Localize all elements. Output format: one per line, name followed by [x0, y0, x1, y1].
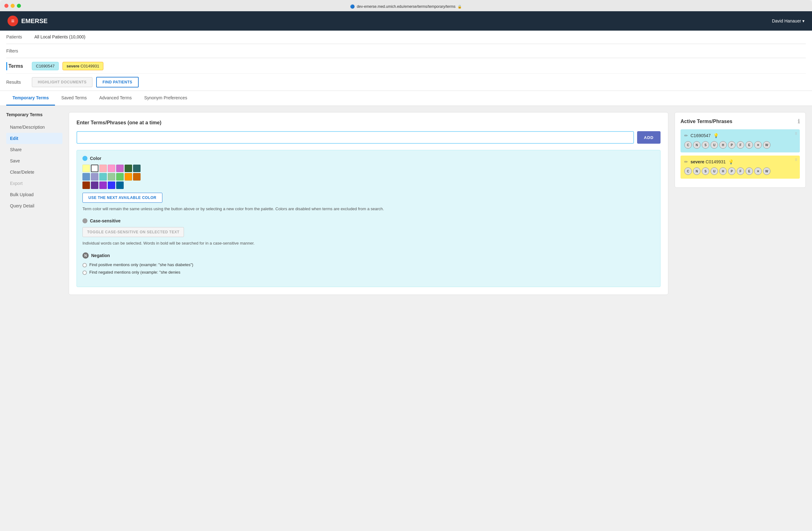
tab-temporary[interactable]: Temporary Terms [6, 91, 55, 105]
drag-handle-2[interactable]: ⠿ [795, 158, 797, 162]
color-swatch-4[interactable] [108, 164, 115, 172]
color-swatch-5[interactable] [116, 164, 124, 172]
highlight-button[interactable]: HIGHLIGHT DOCUMENTS [32, 77, 92, 87]
color-swatch-7[interactable] [133, 164, 141, 172]
sidebar-item-save[interactable]: Save [6, 155, 62, 167]
term-icon-W-1[interactable]: W [763, 141, 770, 149]
color-swatch-12[interactable] [116, 173, 124, 181]
color-section: Color [83, 156, 655, 212]
patients-row: Patients All Local Patients (10,000) [6, 31, 806, 43]
term-icon-X-2[interactable]: ✕ [754, 168, 762, 175]
filters-label: Filters [6, 48, 28, 54]
term-icon-H-2[interactable]: H [719, 168, 727, 175]
sidebar-item-bulk[interactable]: Bulk Upload [6, 189, 62, 200]
url-text[interactable]: dev-emerse.med.umich.edu/emerse/terms/te… [357, 4, 455, 9]
sidebar-item-query[interactable]: Query Detail [6, 200, 62, 212]
negation-icon: N [83, 253, 89, 259]
maximize-button[interactable] [17, 4, 21, 8]
add-button[interactable]: ADD [637, 131, 661, 144]
results-label: Results [6, 80, 28, 85]
tab-advanced[interactable]: Advanced Terms [93, 91, 138, 105]
term-icon-H-1[interactable]: H [719, 141, 727, 149]
term-icon-S-2[interactable]: S [702, 168, 709, 175]
color-header: Color [83, 156, 655, 161]
term-icon-S-1[interactable]: S [702, 141, 709, 149]
logo-icon: ≡ [8, 16, 18, 26]
active-terms-label: Active Terms/Phrases [681, 119, 733, 124]
term-icon-C-1[interactable]: C [684, 141, 692, 149]
close-button[interactable] [4, 4, 9, 8]
term-code-1: C1690547 [691, 133, 711, 138]
color-swatch-16[interactable] [91, 182, 98, 189]
negation-section: N Negation Find positive mentions only (… [83, 253, 655, 275]
term-icon-N-1[interactable]: N [693, 141, 700, 149]
window-chrome: 🔵 dev-emerse.med.umich.edu/emerse/terms/… [0, 0, 812, 11]
negation-option-1[interactable]: Find positive mentions only (example: "s… [83, 262, 655, 267]
edit-icon-2[interactable]: ✏ [684, 159, 688, 164]
color-swatch-15[interactable] [83, 182, 90, 189]
center-panel: Enter Terms/Phrases (one at a time) ADD … [69, 112, 668, 295]
panel-title: Enter Terms/Phrases (one at a time) [76, 120, 661, 126]
minimize-button[interactable] [11, 4, 15, 8]
favicon-icon: 🔵 [350, 4, 355, 9]
sidebar-item-edit[interactable]: Edit [6, 133, 62, 144]
bulb-icon-2[interactable]: 💡 [728, 159, 734, 164]
sidebar-item-name[interactable]: Name/Description [6, 121, 62, 133]
term-icon-E-1[interactable]: E [745, 141, 753, 149]
negation-option-2[interactable]: Find negated mentions only (example: "sh… [83, 270, 655, 275]
user-name: David Hanauer ▾ [772, 18, 804, 24]
drag-handle-1[interactable]: ⠿ [795, 132, 797, 136]
color-swatch-2[interactable] [91, 164, 98, 172]
tab-synonym[interactable]: Synonym Preferences [138, 91, 194, 105]
bulb-icon-1[interactable]: 💡 [713, 133, 719, 138]
term-icon-X-1[interactable]: ✕ [754, 141, 762, 149]
info-icon[interactable]: ℹ [798, 118, 800, 125]
next-color-button[interactable]: USE THE NEXT AVAILABLE COLOR [83, 193, 162, 203]
negation-radio-2[interactable] [83, 271, 87, 275]
term-badge-2[interactable]: severe C0149931 [62, 62, 103, 70]
color-swatch-8[interactable] [83, 173, 90, 181]
color-swatch-11[interactable] [108, 173, 115, 181]
color-swatch-1[interactable] [83, 164, 90, 172]
term-icon-F-2[interactable]: F [737, 168, 744, 175]
term-badge-1[interactable]: C1690547 [32, 62, 59, 70]
color-swatch-6[interactable] [125, 164, 132, 172]
color-swatch-10[interactable] [99, 173, 107, 181]
term-icon-W-2[interactable]: W [763, 168, 770, 175]
color-swatch-17[interactable] [99, 182, 107, 189]
options-area: Color [76, 150, 661, 287]
color-swatch-18[interactable] [108, 182, 115, 189]
negation-radio-1[interactable] [83, 263, 87, 267]
color-palette [83, 164, 655, 189]
term-icon-U-1[interactable]: U [710, 141, 718, 149]
logo: ≡ EMERSE [8, 16, 47, 26]
color-description: Term color will remain the same unless u… [83, 206, 655, 212]
case-header: Case-sensitive [83, 218, 655, 223]
tab-saved[interactable]: Saved Terms [55, 91, 93, 105]
sidebar-title: Temporary Terms [6, 112, 62, 117]
term-icon-U-2[interactable]: U [710, 168, 718, 175]
user-menu[interactable]: David Hanauer ▾ [772, 18, 804, 24]
color-swatch-3[interactable] [99, 164, 107, 172]
color-radio[interactable] [83, 156, 87, 161]
results-row: Results HIGHLIGHT DOCUMENTS FIND PATIENT… [6, 74, 806, 90]
sidebar-item-clear[interactable]: Clear/Delete [6, 167, 62, 178]
case-radio[interactable] [83, 218, 87, 223]
term-icon-N-2[interactable]: N [693, 168, 700, 175]
color-swatch-14[interactable] [133, 173, 141, 181]
sidebar-item-export[interactable]: Export [6, 178, 62, 189]
edit-icon-1[interactable]: ✏ [684, 133, 688, 138]
find-patients-button[interactable]: FIND PATIENTS [96, 77, 139, 87]
color-swatch-9[interactable] [91, 173, 98, 181]
term-icon-E-2[interactable]: E [745, 168, 753, 175]
color-swatch-19[interactable] [116, 182, 124, 189]
term-icon-P-2[interactable]: P [728, 168, 736, 175]
term-input[interactable] [76, 131, 634, 144]
sidebar-item-share[interactable]: Share [6, 144, 62, 155]
address-bar: 🔵 dev-emerse.med.umich.edu/emerse/terms/… [0, 3, 812, 11]
term-icon-C-2[interactable]: C [684, 168, 692, 175]
color-swatch-13[interactable] [125, 173, 132, 181]
toggle-case-button[interactable]: TOGGLE CASE-SENSITIVE ON SELECTED TEXT [83, 227, 184, 237]
term-icon-F-1[interactable]: F [737, 141, 744, 149]
term-icon-P-1[interactable]: P [728, 141, 736, 149]
